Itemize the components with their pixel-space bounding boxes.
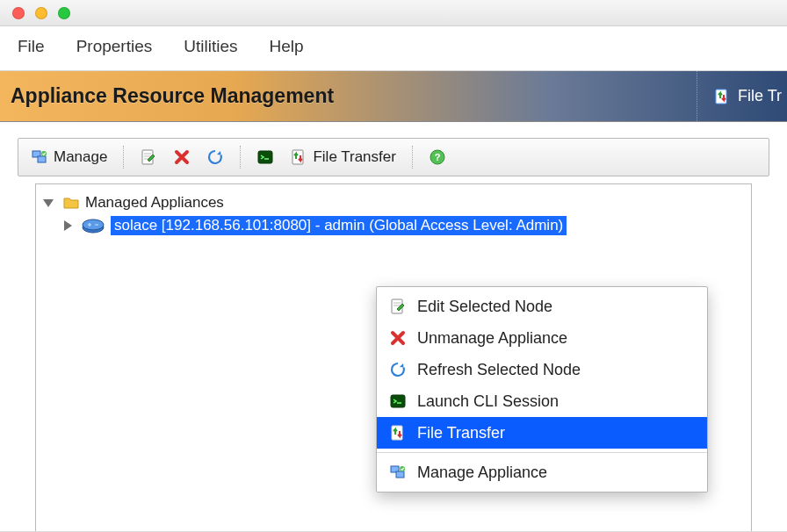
svg-rect-23: [396, 471, 404, 478]
menu-file[interactable]: File: [18, 37, 45, 56]
svg-rect-9: [258, 151, 272, 163]
context-menu: Edit Selected Node Unmanage Appliance Re…: [376, 286, 708, 492]
ctx-edit-node[interactable]: Edit Selected Node: [377, 291, 707, 322]
svg-point-24: [400, 466, 405, 471]
ctx-file-transfer-label: File Transfer: [417, 424, 505, 442]
svg-point-4: [41, 151, 47, 156]
manage-label: Manage: [54, 148, 107, 166]
appliance-icon: [81, 217, 105, 234]
edit-node-button[interactable]: [134, 145, 162, 169]
manage-icon: [31, 148, 48, 166]
tree-root-row[interactable]: Managed Appliances: [41, 191, 746, 214]
help-button[interactable]: ?: [423, 145, 451, 169]
svg-point-15: [83, 219, 104, 230]
delete-icon: [173, 148, 191, 166]
tree-node-label: solace [192.168.56.101:8080] - admin (Gl…: [111, 216, 567, 235]
ctx-manage-label: Manage Appliance: [417, 464, 547, 482]
ctx-cli[interactable]: Launch CLI Session: [377, 385, 707, 417]
file-transfer-button[interactable]: File Transfer: [285, 145, 401, 169]
expand-toggle-icon[interactable]: [64, 220, 72, 231]
tree-node-row[interactable]: solace [192.168.56.101:8080] - admin (Gl…: [41, 214, 746, 237]
toolbar-separator: [412, 146, 413, 169]
ctx-edit-label: Edit Selected Node: [417, 298, 552, 316]
ctx-refresh-label: Refresh Selected Node: [417, 361, 581, 379]
terminal-icon: [256, 148, 274, 166]
toolbar-separator: [123, 146, 124, 169]
banner-title: Appliance Resource Management: [11, 84, 334, 108]
edit-icon: [140, 148, 157, 166]
menu-properties[interactable]: Properties: [76, 37, 153, 56]
refresh-button[interactable]: [201, 145, 229, 169]
file-transfer-icon: [389, 424, 407, 442]
file-transfer-icon: [713, 88, 731, 105]
expand-toggle-icon[interactable]: [43, 199, 54, 207]
help-icon: ?: [429, 148, 446, 166]
svg-text:?: ?: [435, 152, 441, 162]
svg-rect-21: [392, 426, 402, 440]
refresh-icon: [389, 361, 407, 378]
ctx-file-transfer[interactable]: File Transfer: [377, 417, 707, 449]
context-menu-separator: [377, 452, 707, 453]
minimize-window-button[interactable]: [35, 7, 47, 19]
ctx-unmanage-label: Unmanage Appliance: [417, 329, 567, 348]
ctx-unmanage[interactable]: Unmanage Appliance: [377, 322, 707, 354]
banner-file-transfer-label: File Tr: [738, 87, 782, 105]
unmanage-button[interactable]: [168, 145, 196, 169]
edit-icon: [389, 298, 407, 315]
menubar: File Properties Utilities Help: [0, 26, 787, 71]
terminal-icon: [389, 392, 407, 410]
svg-rect-3: [38, 156, 46, 162]
close-window-button[interactable]: [12, 7, 25, 19]
svg-rect-11: [292, 150, 303, 164]
window-titlebar: [0, 0, 787, 26]
manage-button[interactable]: Manage: [25, 145, 112, 169]
file-transfer-label: File Transfer: [313, 148, 395, 166]
toolbar-separator: [240, 146, 241, 169]
cli-button[interactable]: [251, 145, 279, 169]
banner-file-transfer-link[interactable]: File Tr: [697, 71, 787, 121]
app-window: File Properties Utilities Help Appliance…: [0, 0, 787, 532]
zoom-window-button[interactable]: [58, 7, 70, 19]
folder-icon: [62, 194, 80, 212]
ctx-refresh[interactable]: Refresh Selected Node: [377, 354, 707, 385]
svg-rect-19: [391, 395, 405, 407]
ctx-cli-label: Launch CLI Session: [417, 392, 559, 411]
delete-icon: [389, 329, 407, 347]
toolbar: Manage: [18, 138, 769, 176]
tree-root-label: Managed Appliances: [85, 194, 224, 212]
refresh-icon: [206, 148, 224, 166]
banner: Appliance Resource Management File Tr: [0, 71, 787, 122]
menu-utilities[interactable]: Utilities: [184, 37, 237, 56]
menu-help[interactable]: Help: [269, 37, 303, 56]
manage-icon: [389, 464, 407, 481]
ctx-manage[interactable]: Manage Appliance: [377, 457, 707, 488]
file-transfer-icon: [290, 148, 307, 166]
